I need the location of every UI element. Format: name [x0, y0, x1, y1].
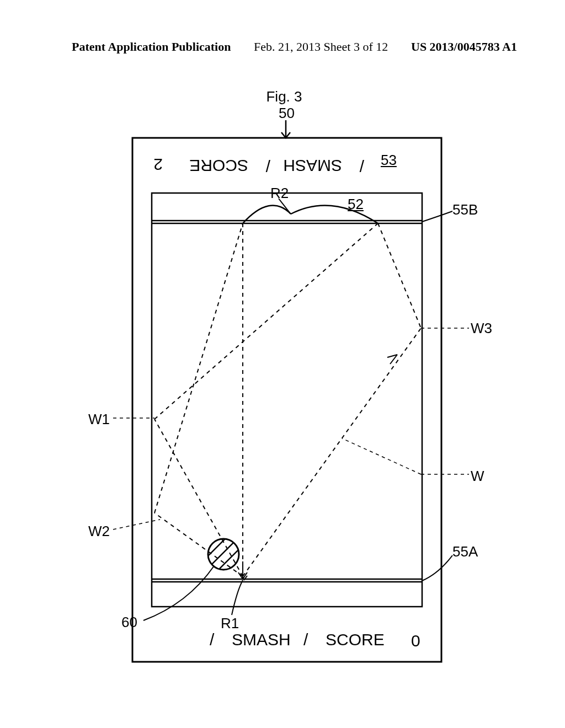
svg-line-9: [154, 419, 243, 576]
ref-53: 53: [381, 152, 397, 169]
sep: /: [210, 630, 215, 649]
header-publication-type: Patent Application Publication: [72, 40, 231, 54]
ref-60: 60: [121, 614, 137, 631]
svg-rect-2: [152, 193, 422, 607]
ref-R1: R1: [221, 615, 239, 632]
figure-3: Fig. 3 50: [72, 88, 497, 684]
ref-R2: R2: [270, 185, 289, 202]
score-label: SCORE: [189, 157, 248, 175]
svg-rect-1: [132, 138, 441, 662]
bottom-scorebar: / SMASH / SCORE 0: [210, 630, 420, 650]
ref-55A: 55A: [452, 543, 478, 560]
top-scorebar: / SMASH / SCORE 2: [153, 156, 364, 175]
sep: /: [303, 630, 308, 649]
svg-line-12: [154, 513, 243, 576]
ref-W: W: [471, 468, 484, 485]
sep: /: [359, 157, 364, 175]
svg-line-13: [154, 223, 243, 513]
sep: /: [265, 157, 270, 175]
ref-W1: W1: [88, 411, 110, 428]
header-publication-number: US 2013/0045783 A1: [411, 40, 517, 54]
svg-line-18: [378, 223, 421, 328]
smash-label: SMASH: [232, 630, 291, 649]
ref-55B: 55B: [452, 201, 478, 218]
svg-line-10: [154, 223, 378, 419]
score-label: SCORE: [326, 630, 385, 649]
ref-52: 52: [348, 196, 364, 213]
svg-line-14: [113, 520, 160, 529]
smash-label: SMASH: [283, 157, 342, 175]
figure-svg: / SMASH / SCORE 0 / SMASH / SCORE 2: [72, 88, 497, 684]
header-date-sheet: Feb. 21, 2013 Sheet 3 of 12: [254, 40, 388, 54]
ref-W3: W3: [471, 320, 492, 337]
svg-line-15: [243, 328, 421, 576]
ref-W2: W2: [88, 523, 110, 540]
bottom-score: 0: [411, 631, 420, 650]
svg-line-17: [342, 438, 421, 474]
top-score: 2: [153, 156, 163, 174]
